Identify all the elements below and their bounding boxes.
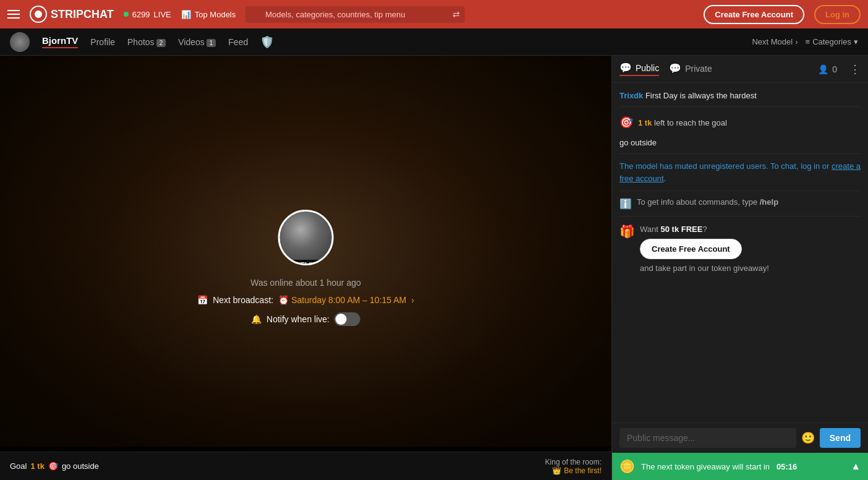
live-label: LIVE [154, 10, 171, 19]
goal-icon: 🎯 [619, 116, 633, 129]
create-account-button[interactable]: Create Free Account [704, 5, 804, 24]
profile-navigation: BjornTV Profile Photos2 Videos1 Feed 🛡️ … [0, 28, 868, 56]
top-navigation: STRIPCHAT 6299 LIVE 📊 Top Models 🔍 ⇄ Cre… [0, 0, 868, 28]
be-first-label: 👑 Be the first! [545, 466, 602, 475]
bell-icon: 🔔 [251, 314, 262, 324]
search-wrapper: 🔍 ⇄ [245, 6, 465, 23]
chevron-right-icon: › [795, 37, 798, 46]
muted-message: The model has muted unregistered users. … [619, 160, 861, 184]
videos-badge: 1 [206, 39, 216, 47]
tab-public-label: Public [636, 63, 659, 73]
clock-icon: ⏰ [278, 295, 289, 305]
info-text: To get info about commands, type /help [637, 197, 778, 207]
info-message: ℹ️ To get info about commands, type /hel… [619, 197, 861, 210]
bottom-goal-text: Goal 1 tk 🎯 go outside [10, 461, 99, 471]
profile-name[interactable]: BjornTV [42, 35, 78, 48]
expand-icon[interactable]: ▲ [851, 461, 861, 472]
videos-link[interactable]: Videos1 [178, 37, 216, 47]
divider-3 [619, 191, 861, 191]
notify-area: 🔔 Notify when live: [197, 312, 414, 326]
message-username: Trixdk [619, 91, 645, 100]
goal-tk-amount: 1 tk [30, 461, 44, 471]
logo: STRIPCHAT [30, 6, 114, 23]
person-icon: 👤 [818, 64, 828, 74]
public-chat-icon: 💬 [619, 62, 632, 74]
login-button[interactable]: Log in [814, 5, 861, 24]
emoji-button[interactable]: 🙂 [801, 431, 815, 445]
bottom-status-bar: Goal 1 tk 🎯 go outside King of the room:… [0, 452, 611, 480]
giveaway-text: Want 50 tk FREE? Create Free Account and… [640, 223, 769, 275]
avatar [10, 32, 30, 52]
private-chat-icon: 💬 [669, 62, 681, 74]
search-input[interactable] [245, 6, 465, 23]
live-count: 6299 LIVE [124, 10, 171, 19]
notify-toggle[interactable] [334, 312, 360, 326]
broadcast-time-text: Saturday 8:00 AM – 10:15 AM [291, 295, 406, 305]
photos-badge: 2 [156, 39, 166, 47]
streamer-avatar: OFFLINE [278, 210, 334, 265]
goal-icon-bottom: 🎯 [48, 461, 58, 471]
top-models-button[interactable]: 📊 Top Models [181, 10, 236, 19]
coins-icon: 🪙 [619, 459, 635, 474]
divider-4 [619, 216, 861, 216]
menu-icon: ≡ [806, 37, 811, 46]
king-label: King of the room: [545, 458, 602, 466]
live-dot-icon [124, 12, 129, 17]
crown-icon: 👑 [552, 466, 561, 475]
profile-link[interactable]: Profile [90, 37, 115, 47]
live-number: 6299 [132, 10, 150, 19]
feed-link[interactable]: Feed [228, 37, 248, 47]
giveaway-bar-text: The next token giveaway will start in 05… [641, 462, 845, 471]
tab-private-label: Private [685, 64, 712, 74]
goal-message: 🎯 1 tk left to reach the goal [619, 113, 861, 132]
chevron-down-icon: ▾ [854, 37, 858, 46]
gift-icon: 🎁 [619, 224, 635, 239]
notify-label: Notify when live: [266, 314, 330, 324]
goal-msg-text: 1 tk left to reach the goal [638, 118, 727, 127]
message-text: First Day is allways the hardest [645, 91, 757, 100]
next-model-label: Next Model [752, 37, 793, 46]
broadcast-time: ⏰ Saturday 8:00 AM – 10:15 AM [278, 295, 406, 305]
toggle-thumb [336, 314, 347, 325]
chat-panel: 💬 Public 💬 Private 👤 0 ⋮ Trixdk First Da… [611, 56, 868, 480]
chat-message: Trixdk First Day is allways the hardest [619, 90, 861, 100]
offline-badge: OFFLINE [286, 260, 325, 265]
chat-more-button[interactable]: ⋮ [849, 62, 861, 76]
categories-label: Categories [812, 37, 851, 46]
send-button[interactable]: Send [820, 428, 861, 448]
tab-private[interactable]: 💬 Private [669, 62, 712, 75]
king-area: King of the room: 👑 Be the first! [545, 458, 602, 475]
divider-2 [619, 153, 861, 154]
user-count: 👤 0 [818, 64, 837, 74]
filter-icon[interactable]: ⇄ [453, 9, 460, 19]
calendar-icon: 📅 [197, 295, 208, 305]
next-model-button[interactable]: Next Model › [752, 37, 798, 46]
was-online-text: Was online about 1 hour ago [197, 278, 414, 288]
nav-right: Next Model › ≡ Categories ▾ [752, 37, 858, 46]
logo-icon [30, 6, 47, 23]
create-free-account-button[interactable]: Create Free Account [640, 239, 742, 259]
giveaway-amount: 50 tk FREE [660, 225, 702, 234]
chat-input[interactable] [619, 428, 796, 448]
video-area: OFFLINE Was online about 1 hour ago 📅 Ne… [0, 56, 611, 480]
top-models-label: Top Models [195, 10, 236, 19]
giveaway-timer: 05:16 [777, 462, 797, 471]
next-broadcast: 📅 Next broadcast: ⏰ Saturday 8:00 AM – 1… [197, 295, 414, 305]
shield-icon[interactable]: 🛡️ [260, 35, 274, 49]
chat-messages: Trixdk First Day is allways the hardest … [612, 83, 868, 422]
token-giveaway-bar: 🪙 The next token giveaway will start in … [612, 453, 868, 480]
tab-public[interactable]: 💬 Public [619, 62, 659, 76]
goal-target-text: go outside [62, 461, 99, 471]
logo-text: STRIPCHAT [51, 8, 114, 21]
info-icon: ℹ️ [619, 198, 632, 210]
create-account-link[interactable]: create a free account [619, 161, 861, 183]
photos-link[interactable]: Photos2 [127, 37, 166, 47]
chevron-right-broadcast-icon: › [411, 295, 414, 305]
token-giveaway: 🎁 Want 50 tk FREE? Create Free Account a… [619, 223, 861, 275]
hamburger-menu[interactable] [7, 10, 20, 19]
chat-input-area: 🙂 Send [612, 422, 868, 453]
streamer-avatar-image [280, 212, 332, 264]
user-count-number: 0 [832, 64, 837, 74]
categories-button[interactable]: ≡ Categories ▾ [806, 37, 858, 46]
chat-tabs: 💬 Public 💬 Private 👤 0 ⋮ [612, 56, 868, 83]
